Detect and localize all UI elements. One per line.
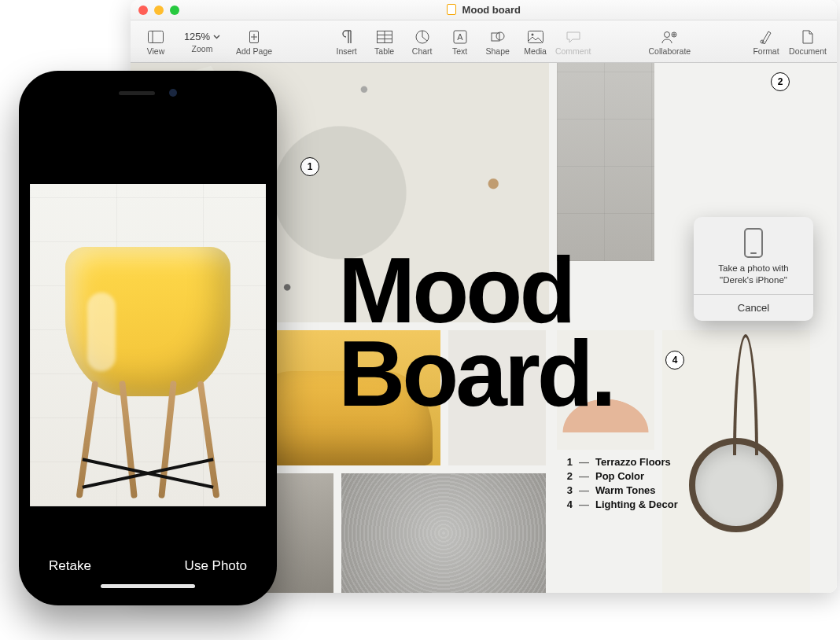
chart-button[interactable]: Chart bbox=[403, 26, 441, 57]
svg-point-15 bbox=[531, 33, 533, 35]
zoom-label: Zoom bbox=[192, 44, 213, 53]
use-photo-button[interactable]: Use Photo bbox=[185, 558, 247, 574]
legend-label: Lighting & Decor bbox=[595, 498, 678, 510]
camera-action-bar: Retake Use Photo bbox=[30, 558, 266, 594]
media-button[interactable]: Media bbox=[517, 26, 554, 57]
cancel-button[interactable]: Cancel bbox=[694, 295, 813, 321]
insert-button[interactable]: Insert bbox=[328, 26, 366, 57]
legend-item: 4 — Lighting & Decor bbox=[565, 498, 678, 510]
titlebar: Mood board bbox=[131, 0, 837, 20]
legend-num: 2 bbox=[565, 470, 573, 482]
document-label: Document bbox=[789, 46, 827, 56]
shape-label: Shape bbox=[485, 46, 509, 56]
svg-point-16 bbox=[665, 31, 670, 37]
mirror-shape bbox=[689, 438, 783, 532]
legend-label: Warm Tones bbox=[595, 484, 656, 496]
media-icon bbox=[527, 29, 544, 45]
legend-item: 3 — Warm Tones bbox=[565, 484, 678, 496]
yellow-chair-photo bbox=[65, 247, 230, 483]
document-heading[interactable]: Mood Board. bbox=[338, 248, 613, 415]
dash-icon: — bbox=[579, 498, 589, 510]
collaborate-label: Collaborate bbox=[648, 46, 691, 56]
text-icon: A bbox=[451, 29, 469, 45]
continuity-camera-popover: Take a photo with "Derek's iPhone" Cance… bbox=[694, 217, 813, 321]
cancel-label: Cancel bbox=[738, 302, 769, 314]
dash-icon: — bbox=[579, 484, 589, 496]
sidebar-icon bbox=[147, 29, 164, 45]
legend-num: 4 bbox=[565, 498, 573, 510]
insert-label: Insert bbox=[337, 46, 357, 56]
view-button[interactable]: View bbox=[137, 26, 175, 57]
callout-1[interactable]: 1 bbox=[300, 157, 319, 176]
heading-line2: Board. bbox=[338, 322, 613, 425]
chart-label: Chart bbox=[412, 46, 433, 56]
format-icon bbox=[757, 29, 775, 45]
svg-text:A: A bbox=[457, 32, 463, 42]
legend-list[interactable]: 1 — Terrazzo Floors 2 — Pop Color 3 — Wa… bbox=[565, 456, 678, 513]
callout-4[interactable]: 4 bbox=[665, 351, 684, 370]
comment-icon bbox=[565, 29, 582, 45]
table-label: Table bbox=[374, 46, 394, 56]
chevron-down-icon bbox=[213, 35, 220, 39]
image-concrete[interactable] bbox=[557, 63, 654, 261]
add-page-icon bbox=[245, 29, 263, 45]
home-indicator[interactable] bbox=[101, 584, 195, 588]
pilcrow-icon bbox=[338, 29, 356, 45]
format-button[interactable]: Format bbox=[747, 26, 785, 57]
collaborate-icon bbox=[661, 29, 678, 45]
image-mirror[interactable] bbox=[662, 330, 810, 593]
popover-body: Take a photo with "Derek's iPhone" bbox=[694, 217, 813, 294]
callout-number: 2 bbox=[778, 76, 783, 87]
shape-button[interactable]: Shape bbox=[479, 26, 517, 57]
legend-label: Terrazzo Floors bbox=[595, 456, 671, 468]
document-inspector-icon bbox=[799, 29, 816, 45]
format-label: Format bbox=[753, 46, 779, 56]
callout-number: 4 bbox=[672, 355, 678, 366]
iphone-notch bbox=[81, 82, 215, 104]
speaker-icon bbox=[119, 91, 155, 95]
collaborate-button[interactable]: Collaborate bbox=[641, 26, 698, 57]
window-title-text: Mood board bbox=[462, 4, 521, 16]
toolbar: View 125% Zoom Add Page Insert bbox=[131, 20, 837, 63]
iphone-screen: Retake Use Photo bbox=[30, 82, 266, 594]
legend-label: Pop Color bbox=[595, 470, 644, 482]
image-fur[interactable] bbox=[341, 473, 546, 593]
svg-rect-0 bbox=[149, 31, 164, 42]
front-camera-icon bbox=[169, 89, 177, 97]
legend-item: 2 — Pop Color bbox=[565, 470, 678, 482]
window-title: Mood board bbox=[131, 4, 837, 16]
add-page-button[interactable]: Add Page bbox=[230, 26, 278, 57]
legend-num: 3 bbox=[565, 484, 573, 496]
legend-item: 1 — Terrazzo Floors bbox=[565, 456, 678, 468]
add-page-label: Add Page bbox=[236, 46, 272, 56]
popover-message: Take a photo with "Derek's iPhone" bbox=[702, 263, 805, 286]
dash-icon: — bbox=[579, 456, 589, 468]
view-label: View bbox=[147, 46, 165, 56]
retake-button[interactable]: Retake bbox=[49, 558, 91, 574]
zoom-control[interactable]: 125% Zoom bbox=[175, 28, 230, 55]
legend-num: 1 bbox=[565, 456, 573, 468]
iphone-device: Retake Use Photo bbox=[19, 71, 277, 605]
iphone-icon bbox=[744, 228, 763, 258]
dash-icon: — bbox=[579, 470, 589, 482]
callout-2[interactable]: 2 bbox=[771, 72, 790, 91]
camera-capture-preview bbox=[30, 184, 266, 506]
svg-point-13 bbox=[496, 32, 504, 40]
table-button[interactable]: Table bbox=[366, 26, 403, 57]
comment-button: Comment bbox=[554, 26, 592, 57]
media-label: Media bbox=[524, 46, 547, 56]
text-button[interactable]: A Text bbox=[441, 26, 479, 57]
document-icon bbox=[447, 4, 456, 15]
callout-number: 1 bbox=[308, 161, 313, 172]
shape-icon bbox=[489, 29, 507, 45]
chart-icon bbox=[414, 29, 431, 45]
zoom-value: 125% bbox=[184, 31, 210, 42]
table-icon bbox=[376, 29, 393, 45]
text-label: Text bbox=[452, 46, 467, 56]
document-button[interactable]: Document bbox=[785, 26, 831, 57]
comment-label: Comment bbox=[555, 46, 591, 56]
